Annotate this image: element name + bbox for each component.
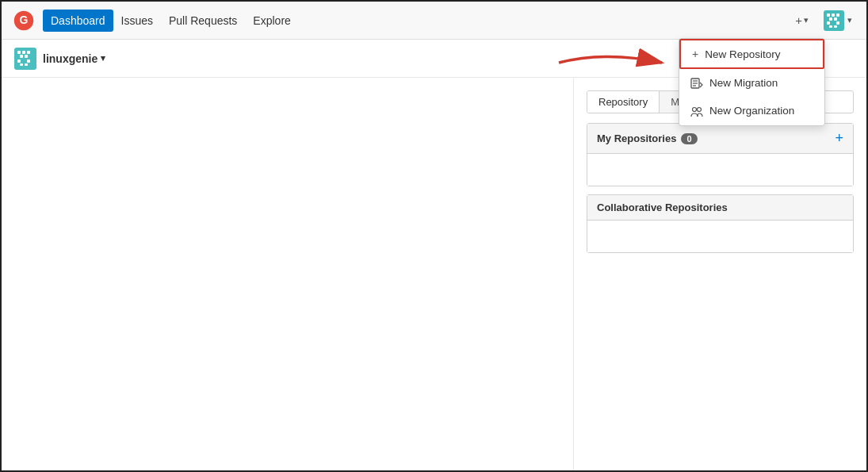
svg-point-24 [693,107,697,111]
plus-icon: + [692,48,698,60]
svg-rect-4 [836,13,839,17]
svg-rect-5 [829,17,832,21]
avatar [824,10,844,31]
my-repositories-label: My Repositories 0 [597,132,698,144]
user-avatar [14,48,36,70]
nav-issues[interactable]: Issues [113,10,161,32]
svg-rect-11 [17,51,21,54]
svg-text:G: G [20,13,29,26]
svg-rect-2 [827,13,830,17]
nav-dashboard[interactable]: Dashboard [43,10,113,32]
svg-rect-10 [834,25,837,28]
my-repositories-section: My Repositories 0 + [587,123,854,186]
dropdown-menu: + New Repository New Migration New Organ… [679,38,825,126]
svg-rect-13 [27,51,30,54]
nav-chevron-icon: ▾ [847,15,852,25]
svg-rect-9 [829,25,832,28]
new-repository-label: New Repository [705,48,780,60]
username-dropdown[interactable]: linuxgenie ▾ [43,52,105,65]
site-logo[interactable]: G [11,8,36,33]
new-organization-label: New Organization [709,105,794,117]
my-repositories-body [587,154,853,186]
collaborative-repositories-section: Collaborative Repositories [587,194,854,253]
collaborative-repositories-header: Collaborative Repositories [587,195,853,221]
my-repositories-header: My Repositories 0 + [587,124,853,154]
svg-rect-18 [20,63,23,66]
svg-rect-16 [17,59,21,63]
new-repository-item[interactable]: + New Repository [679,39,824,69]
repo-count-badge: 0 [681,133,697,144]
svg-rect-19 [25,63,28,66]
collaborative-repositories-body [587,221,853,252]
svg-rect-12 [22,51,25,54]
user-chevron-icon: ▾ [101,53,105,63]
migration-icon [690,76,703,90]
nav-pull-requests[interactable]: Pull Requests [161,10,245,32]
user-menu-button[interactable]: ▾ [819,7,857,34]
new-migration-label: New Migration [709,77,778,89]
svg-rect-6 [834,17,837,21]
navbar: G Dashboard Issues Pull Requests Explore… [2,2,866,40]
left-panel [2,78,573,472]
svg-rect-15 [25,55,28,58]
add-repository-button[interactable]: + [835,130,843,147]
chevron-down-icon: ▾ [804,15,809,25]
collaborative-repositories-label: Collaborative Repositories [597,201,728,213]
collaborative-repositories-title: Collaborative Repositories [597,201,728,213]
new-organization-item[interactable]: New Organization [679,97,824,125]
svg-point-25 [698,107,702,111]
my-repositories-title: My Repositories [597,132,676,144]
nav-right-actions: + ▾ ▾ [788,7,857,34]
tab-repository[interactable]: Repository [587,91,660,113]
new-item-button[interactable]: + ▾ [788,9,816,32]
svg-rect-8 [836,21,839,25]
svg-rect-7 [827,21,830,25]
main-layout: Repository Mirror My Repositories 0 + Co… [2,78,866,472]
svg-rect-3 [832,13,835,17]
svg-rect-14 [20,55,23,58]
username-text: linuxgenie [43,52,98,65]
plus-icon: + [795,13,802,27]
svg-rect-17 [27,59,30,63]
organization-icon [690,104,703,117]
nav-explore[interactable]: Explore [245,10,298,32]
right-panel: Repository Mirror My Repositories 0 + Co… [573,78,866,472]
new-migration-item[interactable]: New Migration [679,69,824,97]
